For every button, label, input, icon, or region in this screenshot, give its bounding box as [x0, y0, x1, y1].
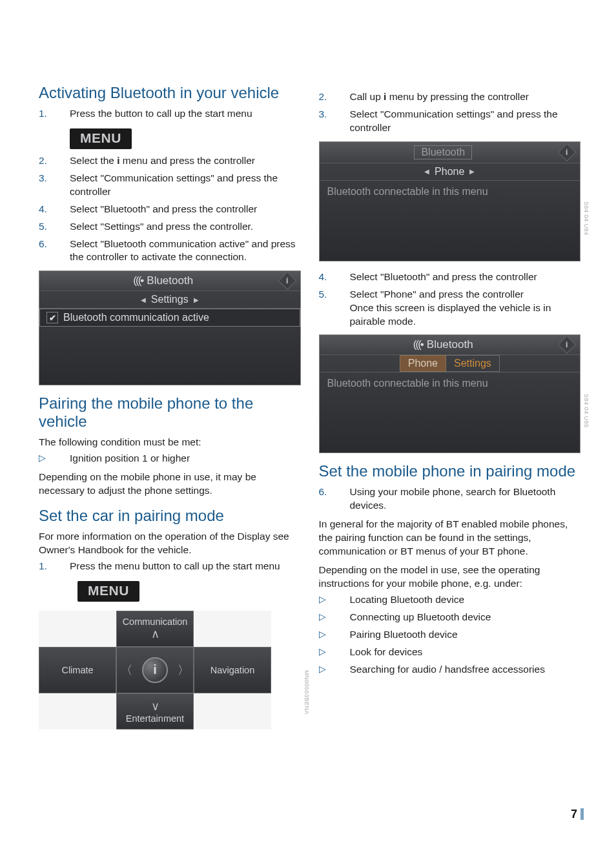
- left-arrow-icon: ◀: [424, 168, 429, 175]
- idrive-left-arrow-icon: 〈: [121, 662, 132, 678]
- page-number: 7: [571, 808, 577, 821]
- figure-label-1: S84 04 U84: [583, 201, 590, 236]
- bt-sub-settings: ◀ Settings ▶: [39, 291, 300, 309]
- pairing-conditions: ▷Ignition position 1 or higher: [39, 452, 301, 465]
- figure-label-idrive: MN00503BENA: [303, 670, 310, 715]
- triangle-bullet-icon: ▷: [319, 628, 350, 640]
- idrive-entertainment: ∨Entertainment: [116, 693, 194, 730]
- page-columns: Activating Bluetooth in your vehicle 1.P…: [39, 84, 580, 739]
- triangle-bullet-icon: ▷: [319, 611, 350, 623]
- bluetooth-icon: (((•: [133, 274, 143, 287]
- bt-sub-phone: ◀ Phone ▶: [320, 163, 580, 181]
- right-column: 2.Call up i menu by pressing the control…: [319, 84, 581, 739]
- idrive-right-arrow-icon: 〉: [178, 662, 189, 678]
- bt-header-2: (((•Bluetooth: [320, 335, 580, 355]
- page-edge-bar: [580, 808, 584, 820]
- section-title-activating-bluetooth: Activating Bluetooth in your vehicle: [39, 84, 301, 102]
- bt-tab-phone: Phone: [400, 355, 446, 372]
- step-5r: 5.Select "Phone" and press the controlle…: [319, 288, 581, 329]
- step-3: 3.Select "Communication settings" and pr…: [39, 172, 301, 199]
- bt-header-boxed: Bluetooth: [320, 142, 580, 163]
- step-2r: 2.Call up i menu by pressing the control…: [319, 90, 581, 104]
- bt-tabs: Phone Settings: [320, 355, 580, 372]
- activating-steps: 1.Press the button to call up the start …: [39, 107, 301, 121]
- car-pairing-steps: 1.Press the menu button to call up the s…: [39, 560, 301, 573]
- bullet-connecting: ▷Connecting up Bluetooth device: [319, 611, 581, 624]
- idrive-climate: Climate: [39, 647, 116, 693]
- knob-icon: i: [142, 657, 168, 683]
- pairing-note: Depending on the mobile phone in use, it…: [39, 471, 301, 498]
- bullet-look: ▷Look for devices: [319, 646, 581, 659]
- condition-ignition: ▷Ignition position 1 or higher: [39, 452, 301, 465]
- activating-steps-cont: 2.Select the i menu and press the contro…: [39, 154, 301, 264]
- info-diamond-icon: [558, 336, 576, 354]
- step-5: 5.Select "Settings" and press the contro…: [39, 220, 301, 234]
- mobile-pairing-steps: 6.Using your mobile phone, search for Bl…: [319, 485, 581, 513]
- triangle-bullet-icon: ▷: [319, 663, 350, 675]
- idrive-center-knob: 〈 i 〉: [116, 647, 194, 693]
- car-pairing-note: For more information on the operation of…: [39, 530, 301, 557]
- section-title-pairing: Pairing the mobile phone to the vehicle: [39, 394, 301, 431]
- right-steps-1: 2.Call up i menu by pressing the control…: [319, 90, 581, 135]
- right-arrow-icon: ▶: [194, 296, 199, 303]
- menu-button-image-1: MENU: [70, 128, 132, 149]
- info-diamond-icon: [558, 143, 576, 161]
- step-6r: 6.Using your mobile phone, search for Bl…: [319, 485, 581, 513]
- mobile-pairing-p2: Depending on the model in use, see the o…: [319, 564, 581, 591]
- figure-label-2: S84 04 U85: [583, 394, 590, 428]
- idrive-navigation: Navigation: [194, 647, 271, 693]
- figure-bt-tabs: (((•Bluetooth Phone Settings Bluetooth c…: [319, 334, 581, 453]
- info-diamond-icon: [278, 272, 296, 290]
- section-title-car-pairing: Set the car in pairing mode: [39, 507, 301, 525]
- left-column: Activating Bluetooth in your vehicle 1.P…: [39, 84, 301, 739]
- triangle-bullet-icon: ▷: [319, 646, 350, 658]
- right-steps-2: 4.Select "Bluetooth" and press the contr…: [319, 270, 581, 329]
- idrive-communication: Communication∧: [116, 611, 194, 647]
- step-1: 1.Press the button to call up the start …: [39, 107, 301, 121]
- checkbox-checked-icon: ✔: [46, 312, 58, 323]
- bullet-searching: ▷Searching for audio / handsfree accesso…: [319, 663, 581, 677]
- left-arrow-icon: ◀: [141, 296, 146, 303]
- figure-bt-settings: (((•Bluetooth ◀ Settings ▶ ✔ Bluetooth c…: [39, 270, 301, 385]
- step-4: 4.Select "Bluetooth" and press the contr…: [39, 203, 301, 216]
- triangle-bullet-icon: ▷: [39, 452, 70, 464]
- mobile-pairing-p1: In general for the majority of BT enable…: [319, 518, 581, 558]
- bt-msg-1: Bluetooth connectable in this menu: [320, 181, 580, 203]
- step-1b: 1.Press the menu button to call up the s…: [39, 560, 301, 573]
- triangle-bullet-icon: ▷: [319, 593, 350, 606]
- step-3r: 3.Select "Communication settings" and pr…: [319, 108, 581, 135]
- bt-tab-settings: Settings: [446, 355, 500, 372]
- right-arrow-icon: ▶: [469, 168, 475, 175]
- pairing-condition-text: The following condition must be met:: [39, 436, 301, 449]
- menu-button-image-2: MENU: [77, 581, 139, 602]
- bt-msg-2: Bluetooth connectable in this menu: [320, 372, 580, 394]
- bullet-pairing: ▷Pairing Bluetooth device: [319, 628, 581, 642]
- mobile-pairing-bullets: ▷Locating Bluetooth device ▷Connecting u…: [319, 593, 581, 677]
- bullet-locating: ▷Locating Bluetooth device: [319, 593, 581, 607]
- bt-row-active: ✔ Bluetooth communication active: [39, 309, 300, 327]
- bt-header: (((•Bluetooth: [39, 271, 300, 291]
- figure-bt-phone: Bluetooth ◀ Phone ▶ Bluetooth connectabl…: [319, 141, 581, 261]
- step-4r: 4.Select "Bluetooth" and press the contr…: [319, 270, 581, 284]
- figure-idrive: Communication∧ Climate 〈 i 〉 Navigation …: [39, 611, 301, 730]
- step-2: 2.Select the i menu and press the contro…: [39, 154, 301, 168]
- step-6: 6.Select "Bluetooth communication active…: [39, 238, 301, 265]
- section-title-mobile-pairing: Set the mobile phone in pairing mode: [319, 462, 581, 480]
- bluetooth-icon: (((•: [413, 338, 423, 351]
